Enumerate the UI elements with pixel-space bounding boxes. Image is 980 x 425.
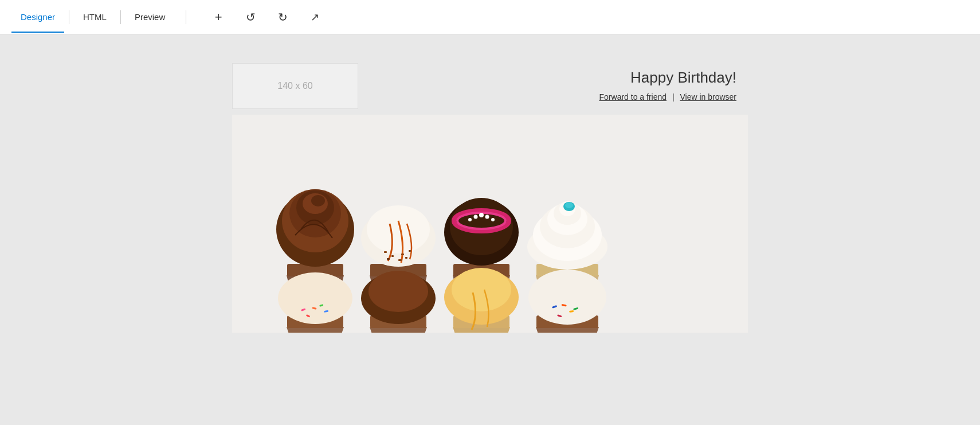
email-preview: 140 x 60 Happy Birthday! Forward to a fr… <box>232 34 748 333</box>
cupcake-svg-area <box>232 115 748 333</box>
svg-point-30 <box>491 218 495 221</box>
cupcake-image <box>232 115 748 333</box>
svg-rect-18 <box>398 259 402 261</box>
svg-point-40 <box>565 202 573 208</box>
tab-separator-2 <box>120 10 121 24</box>
svg-point-8 <box>311 195 325 206</box>
svg-point-56 <box>452 268 511 311</box>
view-in-browser-link[interactable]: View in browser <box>680 92 736 102</box>
canvas-area: 140 x 60 Happy Birthday! Forward to a fr… <box>0 34 980 425</box>
svg-rect-16 <box>409 250 411 252</box>
toolbar-main-separator <box>186 10 186 24</box>
svg-point-26 <box>479 213 484 217</box>
header-right: Happy Birthday! Forward to a friend | Vi… <box>358 63 748 102</box>
svg-point-52 <box>369 271 428 312</box>
forward-link[interactable]: Forward to a friend <box>599 92 667 102</box>
logo-placeholder[interactable]: 140 x 60 <box>232 63 358 109</box>
email-title: Happy Birthday! <box>630 69 736 87</box>
tab-designer[interactable]: Designer <box>11 7 64 26</box>
svg-point-43 <box>278 272 352 324</box>
cupcake-illustration <box>232 115 748 333</box>
toolbar: Designer HTML Preview + ↺ ↻ ↗ <box>0 0 980 34</box>
links-separator: | <box>672 92 675 102</box>
email-body <box>232 115 748 333</box>
svg-point-29 <box>485 215 489 219</box>
svg-point-59 <box>528 270 606 325</box>
logo-placeholder-text: 140 x 60 <box>277 81 312 91</box>
tab-html[interactable]: HTML <box>74 7 116 26</box>
email-links: Forward to a friend | View in browser <box>599 92 736 102</box>
tab-preview[interactable]: Preview <box>126 7 174 26</box>
add-button[interactable]: + <box>209 8 228 26</box>
svg-rect-17 <box>387 258 390 260</box>
toolbar-actions: + ↺ ↻ ↗ <box>209 8 324 26</box>
svg-point-12 <box>367 205 430 254</box>
svg-point-28 <box>468 218 472 221</box>
tab-separator-1 <box>69 10 69 24</box>
redo-button[interactable]: ↻ <box>273 8 292 26</box>
svg-rect-13 <box>384 251 387 253</box>
svg-rect-15 <box>401 254 404 255</box>
svg-rect-14 <box>391 255 394 257</box>
toolbar-tabs: Designer HTML Preview <box>11 7 174 26</box>
email-header: 140 x 60 Happy Birthday! Forward to a fr… <box>232 52 748 115</box>
expand-button[interactable]: ↗ <box>305 8 324 26</box>
svg-rect-19 <box>405 257 407 259</box>
svg-point-27 <box>474 215 478 219</box>
undo-button[interactable]: ↺ <box>241 8 260 26</box>
